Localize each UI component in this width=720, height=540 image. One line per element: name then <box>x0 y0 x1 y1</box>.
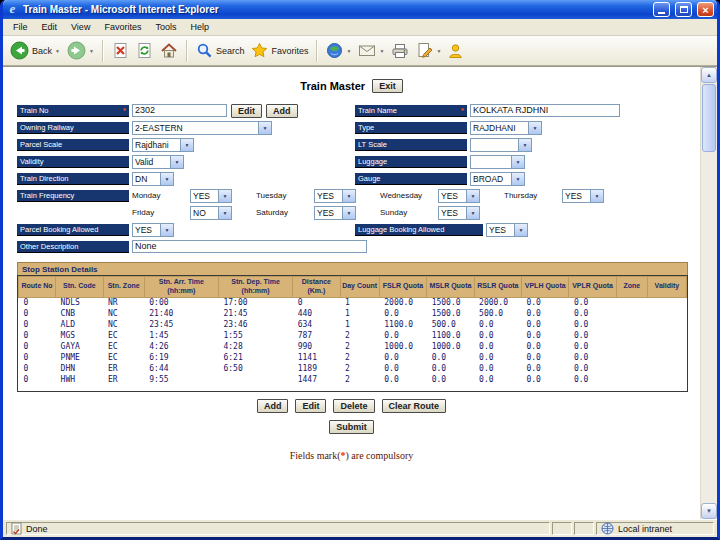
edit-button[interactable]: ▼ <box>413 40 444 61</box>
menu-tools[interactable]: Tools <box>148 20 183 34</box>
exit-button[interactable]: Exit <box>372 79 403 93</box>
tuesday-select[interactable]: YES ▼ <box>314 189 356 203</box>
table-cell: 2 <box>340 341 379 352</box>
other-description-input[interactable]: None <box>132 240 367 253</box>
close-button[interactable]: × <box>697 2 714 17</box>
table-cell: 500.0 <box>474 308 521 319</box>
lt-scale-select[interactable]: ▼ <box>470 138 532 152</box>
search-button[interactable]: Search <box>193 40 248 61</box>
table-cell: CNB <box>56 308 103 319</box>
print-button[interactable] <box>388 41 412 61</box>
scrollbar-thumb[interactable] <box>702 84 716 152</box>
table-cell: 4:28 <box>218 341 292 352</box>
chevron-down-icon: ▼ <box>379 48 384 54</box>
table-cell: 634 <box>293 319 340 330</box>
validity-select[interactable]: Valid ▼ <box>132 155 184 169</box>
table-cell: NR <box>103 297 144 308</box>
menu-help[interactable]: Help <box>183 20 216 34</box>
table-cell: NC <box>103 319 144 330</box>
window-title: Train Master - Microsoft Internet Explor… <box>23 4 648 15</box>
chevron-down-icon: ▼ <box>218 190 231 202</box>
submit-button[interactable]: Submit <box>329 420 374 434</box>
table-cell: 0.0 <box>521 363 568 374</box>
menu-favorites[interactable]: Favorites <box>97 20 148 34</box>
table-cell: 990 <box>293 341 340 352</box>
forward-icon <box>67 41 86 60</box>
table-cell: 1100.0 <box>427 330 474 341</box>
home-button[interactable] <box>157 40 181 61</box>
table-row[interactable]: 0CNBNC21:4021:4544010.01500.0500.00.00.0 <box>19 308 687 319</box>
mail-button[interactable]: ▼ <box>355 41 387 60</box>
thursday-select[interactable]: YES ▼ <box>562 189 604 203</box>
owning-railway-select[interactable]: 2-EASTERN ▼ <box>132 121 272 135</box>
gauge-select[interactable]: BROAD ▼ <box>470 172 525 186</box>
table-row[interactable]: 0DHNER6:446:50118920.00.00.00.00.0 <box>19 363 687 374</box>
column-header: MSLR Quota <box>427 277 474 298</box>
parcel-scale-select[interactable]: Rajdhani ▼ <box>132 138 194 152</box>
menu-edit[interactable]: Edit <box>35 20 65 34</box>
chevron-down-icon: ▼ <box>160 224 173 236</box>
parcel-booking-select[interactable]: YES ▼ <box>132 223 174 237</box>
minimize-button[interactable] <box>653 2 670 17</box>
table-cell: 0.0 <box>427 352 474 363</box>
table-row[interactable]: 0NDLSNR0:0017:00012000.01500.02000.00.00… <box>19 297 687 308</box>
vertical-scrollbar[interactable]: ▲ ▼ <box>700 67 717 519</box>
toolbar-separator <box>186 40 188 62</box>
maximize-button[interactable] <box>675 2 692 17</box>
table-cell: 1 <box>340 297 379 308</box>
luggage-select[interactable]: ▼ <box>470 155 525 169</box>
saturday-select[interactable]: YES ▼ <box>314 206 356 220</box>
table-cell: 0.0 <box>569 363 616 374</box>
wednesday-select[interactable]: YES ▼ <box>438 189 480 203</box>
table-row[interactable]: 0HWHER9:55144720.00.00.00.00.0 <box>19 374 687 385</box>
train-name-input[interactable]: KOLKATA RJDHNI <box>470 104 620 117</box>
luggage-booking-select[interactable]: YES ▼ <box>486 223 528 237</box>
scroll-up-icon[interactable]: ▲ <box>701 67 717 83</box>
chevron-down-icon: ▼ <box>590 190 603 202</box>
thursday-label: Thursday <box>504 191 562 200</box>
table-cell: 1000.0 <box>427 341 474 352</box>
clear-route-button[interactable]: Clear Route <box>382 399 447 413</box>
menu-file[interactable]: File <box>6 20 35 34</box>
table-row[interactable]: 0GAYAEC4:264:2899021000.01000.00.00.00.0 <box>19 341 687 352</box>
station-table: Route NoStn. CodeStn. ZoneStn. Arr. Time… <box>17 275 688 392</box>
table-cell <box>218 374 292 385</box>
stop-button[interactable] <box>109 40 132 61</box>
scrollbar-track[interactable] <box>701 83 717 503</box>
table-row[interactable]: 0ALDNC23:4523:4663411100.0500.00.00.00.0 <box>19 319 687 330</box>
chevron-down-icon: ▼ <box>180 139 193 151</box>
train-no-input[interactable]: 2302 <box>132 104 227 117</box>
toolbar-separator <box>102 40 104 62</box>
table-cell: 0.0 <box>521 374 568 385</box>
scroll-down-icon[interactable]: ▼ <box>701 503 717 519</box>
favorites-button[interactable]: Favorites <box>248 40 311 61</box>
table-row[interactable]: 0PNMEEC6:196:21114120.00.00.00.00.0 <box>19 352 687 363</box>
globe-icon <box>326 42 343 59</box>
refresh-button[interactable] <box>133 40 156 61</box>
train-no-edit-button[interactable]: Edit <box>231 104 262 118</box>
table-row[interactable]: 0MGSEC1:451:5578720.01100.00.00.00.0 <box>19 330 687 341</box>
train-direction-select[interactable]: DN ▼ <box>132 172 174 186</box>
column-header: Stn. Dep. Time (hh:mm) <box>218 277 292 298</box>
friday-select[interactable]: NO ▼ <box>190 206 232 220</box>
edit-row-button[interactable]: Edit <box>295 399 326 413</box>
type-select[interactable]: RAJDHANI ▼ <box>470 121 542 135</box>
menu-view[interactable]: View <box>64 20 97 34</box>
table-cell: 2000.0 <box>379 297 426 308</box>
required-fields-note: Fields mark(*) are compulsory <box>3 450 700 461</box>
forward-button[interactable]: ▼ <box>64 39 97 62</box>
page-title: Train Master <box>300 80 365 92</box>
train-no-add-button[interactable]: Add <box>266 104 298 118</box>
chevron-down-icon: ▼ <box>346 48 351 54</box>
delete-row-button[interactable]: Delete <box>333 399 374 413</box>
table-cell: 500.0 <box>427 319 474 330</box>
table-cell <box>616 352 647 363</box>
monday-select[interactable]: YES ▼ <box>190 189 232 203</box>
page: Train Master Exit Train No * 2302 Edit A <box>3 67 700 519</box>
add-row-button[interactable]: Add <box>257 399 289 413</box>
media-button[interactable]: ▼ <box>323 40 354 61</box>
chevron-down-icon: ▼ <box>258 122 271 134</box>
sunday-select[interactable]: YES ▼ <box>438 206 480 220</box>
back-button[interactable]: Back ▼ <box>7 39 63 62</box>
messenger-button[interactable] <box>445 41 466 61</box>
